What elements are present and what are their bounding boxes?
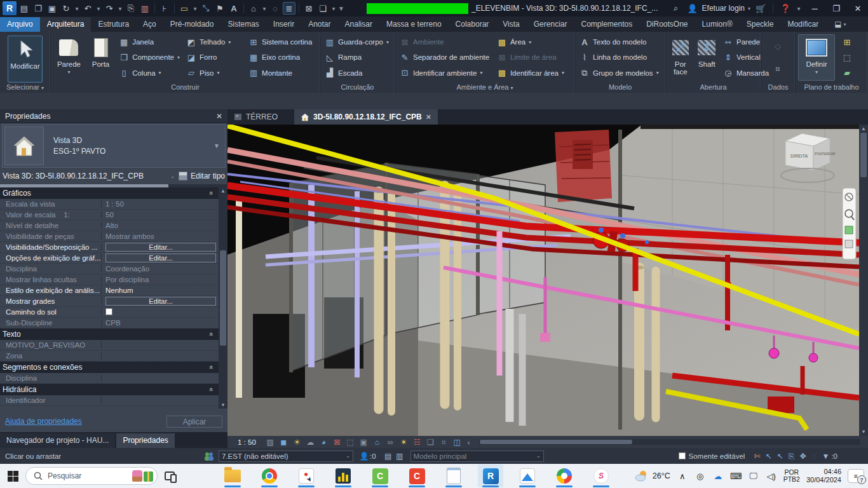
close-view-icon[interactable]: ✕ xyxy=(426,113,431,121)
panel-label-room-area[interactable]: Ambiente e Área ▾ xyxy=(395,82,574,93)
ribbon-tab-modificar[interactable]: Modificar xyxy=(780,17,825,32)
property-row[interactable]: DisciplinaCoordenação xyxy=(0,264,219,274)
view-tab-terreo[interactable]: TÉRREO xyxy=(227,109,284,125)
default-3d-view-icon[interactable]: ⌂ xyxy=(247,2,260,15)
tag-area-button[interactable]: ▩Identificar área▾ xyxy=(495,65,572,80)
network-icon[interactable]: 🖵 xyxy=(748,471,759,481)
property-row[interactable]: Nível de detalheAlto xyxy=(0,220,219,231)
minimize-button[interactable]: ─ xyxy=(806,1,824,16)
model-group-button[interactable]: ⧉Grupo de modelos▾ xyxy=(578,65,663,80)
view-caret-icon[interactable]: ▾ xyxy=(261,2,268,15)
model-text-button[interactable]: ATexto do modelo xyxy=(578,35,663,50)
scroll-up-icon[interactable]: ▲ xyxy=(861,126,866,132)
undo-caret-icon[interactable]: ▾ xyxy=(95,2,102,15)
edit-button[interactable]: Editar... xyxy=(105,254,216,262)
reveal-hidden-icon[interactable]: ✶ xyxy=(398,437,409,447)
panel-label-select[interactable]: Selecionar ▾ xyxy=(0,82,50,93)
reload-latest-icon[interactable]: ▥ xyxy=(394,451,405,461)
door-button[interactable]: Porta xyxy=(87,34,114,81)
clock[interactable]: 04:4630/04/2024 xyxy=(806,468,841,484)
property-row[interactable]: Identificador xyxy=(0,395,219,406)
camtasia-button[interactable]: C xyxy=(367,464,393,487)
view-scale-button[interactable]: 1 : 50 xyxy=(231,438,262,446)
aligned-dimension-icon[interactable]: ⊦ xyxy=(158,2,171,15)
google-app-button[interactable] xyxy=(552,464,577,487)
ribbon-tab-massa-e-terreno[interactable]: Massa e terreno xyxy=(379,17,449,32)
type-selector[interactable]: Vista 3D: 3D-5I.80.90.12.18.12_IFC_CPB ⌄… xyxy=(0,168,227,184)
close-button[interactable]: ✕ xyxy=(849,1,867,16)
ribbon-options-toggle[interactable]: ⬓ ▾ xyxy=(834,20,846,32)
undo-icon[interactable]: ↶ xyxy=(81,2,94,15)
task-view-button[interactable] xyxy=(160,471,179,480)
property-row[interactable]: Visibilidade de peçasMostrar ambos xyxy=(0,231,219,242)
filter-icon[interactable]: ▼ xyxy=(820,451,831,461)
property-row[interactable]: Mostrar linhas ocultasPor disciplina xyxy=(0,274,219,285)
property-row[interactable]: Disciplina xyxy=(0,373,219,384)
collapse-section-icon[interactable]: « xyxy=(208,388,215,391)
file-explorer-button[interactable] xyxy=(220,464,245,487)
save-icon[interactable]: ▣ xyxy=(46,2,58,15)
snagit-button[interactable]: S xyxy=(588,464,614,487)
power-bi-button[interactable] xyxy=(330,464,356,487)
weather-widget[interactable]: 26°C xyxy=(635,470,670,482)
screen-record-icon[interactable]: ◎ xyxy=(695,471,706,481)
section-header[interactable]: Segmentos e conexões« xyxy=(0,362,219,373)
constraints-icon[interactable]: ◫ xyxy=(452,437,463,447)
properties-help-link[interactable]: Ajuda de propriedades xyxy=(5,417,82,426)
curtain-system-button[interactable]: ⊞Sistema cortina xyxy=(247,35,317,50)
ribbon-tab-inserir[interactable]: Inserir xyxy=(266,17,301,32)
detach-icon[interactable]: ✄ xyxy=(751,451,763,461)
text-icon[interactable]: A xyxy=(227,2,240,15)
ribbon-tab-arquivo[interactable]: Arquivo xyxy=(0,17,40,32)
properties-vscrollbar[interactable]: ▲ ▼ xyxy=(219,187,227,409)
reference-plane-button[interactable]: ▰ xyxy=(840,65,854,80)
scroll-up-icon[interactable]: ▲ xyxy=(220,188,226,194)
set-workplane-button[interactable]: Definir▾ xyxy=(798,34,835,81)
sun-settings-icon[interactable]: ☀ xyxy=(292,437,302,447)
vertical-opening-button[interactable]: ⇕Vertical xyxy=(721,50,758,65)
tag-icon[interactable]: ⚑ xyxy=(214,2,226,15)
collapse-section-icon[interactable]: « xyxy=(208,191,215,195)
thin-lines-icon[interactable]: ≣ xyxy=(283,2,295,15)
detail-level-icon[interactable]: ▨ xyxy=(265,437,276,447)
taskbar-search[interactable]: Pesquisar xyxy=(25,467,158,485)
redo-icon[interactable]: ↷ xyxy=(103,2,116,15)
view-tab-3d[interactable]: 3D-5I.80.90.12.18.12_IFC_CPB ✕ xyxy=(294,109,438,125)
window-button[interactable]: ▦Janela xyxy=(117,35,182,50)
help-caret-icon[interactable]: ▾ xyxy=(796,2,802,15)
workset-select[interactable]: 7.EST (não editável) ⌄ xyxy=(219,451,353,462)
wall-opening-button[interactable]: ⇿Parede xyxy=(721,35,758,50)
modify-button[interactable]: Modificar xyxy=(8,36,43,83)
restore-button[interactable]: ❐ xyxy=(827,1,845,16)
start-button[interactable] xyxy=(0,471,25,482)
component-button[interactable]: ❒Componente▾ xyxy=(117,50,182,65)
transfer-icon[interactable]: ▥ xyxy=(139,2,151,15)
sun-path-checkbox[interactable] xyxy=(105,308,112,315)
help-icon[interactable]: ❓ xyxy=(779,2,792,15)
section-header[interactable]: Gráficos« xyxy=(0,187,219,199)
property-row[interactable]: Visibilidade/Sobreposição ...Editar... xyxy=(0,242,219,253)
select-by-face-icon[interactable]: ⎘ xyxy=(785,451,797,461)
section-header[interactable]: Hidráulica« xyxy=(0,384,219,395)
switch-caret-icon[interactable]: ▾ xyxy=(330,2,337,15)
close-icon[interactable]: ✕ xyxy=(216,112,222,121)
collapse-icon[interactable]: ‹ xyxy=(465,438,473,446)
ribbon-tab-estrutura[interactable]: Estrutura xyxy=(91,17,136,32)
select-pinned-icon[interactable]: ↖ xyxy=(774,451,785,461)
tray-expand-icon[interactable]: ∧ xyxy=(677,471,688,481)
analytical-model-icon[interactable]: ⌗ xyxy=(438,437,449,447)
area-button[interactable]: ▩Área▾ xyxy=(495,35,572,50)
model-line-button[interactable]: ⌇Linha do modelo xyxy=(578,50,663,65)
ribbon-tab-pr-moldado[interactable]: Pré-moldado xyxy=(163,17,221,32)
camtasia-recorder-button[interactable]: C xyxy=(404,464,430,487)
property-row[interactable]: Estilo de exibição de anális...Nenhum xyxy=(0,285,219,296)
property-row[interactable]: Zona xyxy=(0,351,219,362)
property-row[interactable]: Mostrar gradesEditar... xyxy=(0,296,219,307)
tag-room-button[interactable]: ⊡Identificar ambiente▾ xyxy=(398,65,492,80)
room-separator-button[interactable]: ✎Separador de ambiente xyxy=(398,50,492,65)
shaft-button[interactable]: Shaft xyxy=(695,34,719,81)
ceiling-button[interactable]: ◪Forro xyxy=(184,50,244,65)
design-option-select[interactable]: Modelo principal ⌄ xyxy=(410,451,544,462)
section-header[interactable]: Texto« xyxy=(0,329,219,340)
show-workplane-button[interactable]: ⊞ xyxy=(840,35,854,50)
